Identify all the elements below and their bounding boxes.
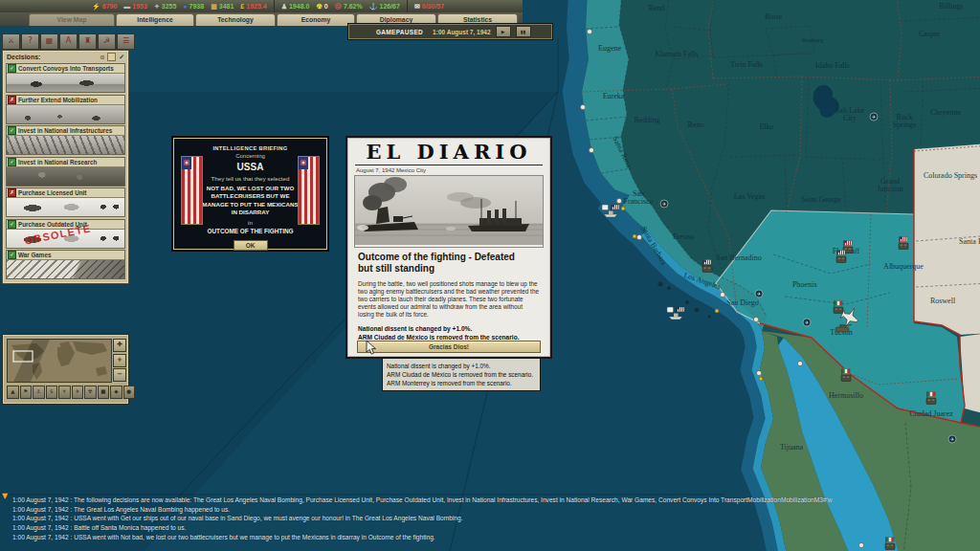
briefing-choice: NOT BAD, WE LOST OUR TWO BATTLECRUISERS … <box>199 185 301 217</box>
minimap-pan-button[interactable]: ✚ <box>113 339 126 352</box>
sidebar-tool-button-6[interactable]: ☭ <box>98 33 116 50</box>
map-mode-button-6[interactable]: ✈ <box>72 386 84 399</box>
port-icon[interactable] <box>756 370 761 375</box>
army-unit-ussa[interactable] <box>702 260 712 273</box>
decision-photo <box>7 198 124 216</box>
army-unit-mex[interactable] <box>841 369 851 382</box>
port-icon[interactable] <box>587 29 591 33</box>
map-mode-button-3[interactable]: ⚓ <box>33 386 45 399</box>
map-label-billings: Billings <box>939 2 963 11</box>
decision-photo <box>7 105 124 123</box>
newspaper-masthead: EL DIARIO <box>347 140 550 164</box>
convoy-marker[interactable] <box>633 234 636 238</box>
decisions-list: ✓Convert Convoys Into Transports✗Further… <box>3 63 128 279</box>
map-mode-button-1[interactable]: ▲ <box>7 386 19 399</box>
sort-icon[interactable]: α <box>100 54 104 60</box>
oil-value: 7938 <box>189 3 205 10</box>
filter-icon[interactable] <box>107 53 116 61</box>
map-mode-button-10[interactable]: ● <box>123 386 136 399</box>
map-label-fresno: Fresno <box>673 232 694 241</box>
map-mode-button-7[interactable]: ☢ <box>84 386 97 399</box>
decision-item[interactable]: ✗Further Extend Mobilization <box>6 95 125 124</box>
ok-button[interactable]: OK <box>234 240 268 251</box>
pause-button[interactable]: ▮▮ <box>516 26 531 37</box>
cross-icon: ✗ <box>8 96 16 104</box>
svg-text:✈: ✈ <box>662 201 666 207</box>
decision-item[interactable]: ✓Purchase Outdated UnitOBSOLETE <box>6 219 125 249</box>
map-mode-button-9[interactable]: ◆ <box>110 386 122 399</box>
tab-economy[interactable]: Economy <box>277 13 355 26</box>
intelligence-briefing-popup: INTELLIGENCE BRIEFING Concerning USSA Th… <box>173 138 327 250</box>
port-icon[interactable] <box>616 198 621 203</box>
map-mode-row: ▲⚑⚓$☀✈☢■◆● <box>7 386 135 399</box>
convoy-marker[interactable] <box>759 377 763 381</box>
confirm-icon[interactable]: ✓ <box>119 54 124 61</box>
decision-title: ✓Convert Convoys Into Transports <box>7 64 124 74</box>
decision-label: Further Extend Mobilization <box>18 97 98 103</box>
convoy-marker[interactable] <box>715 309 719 313</box>
decision-item[interactable]: ✗Purchase Licensed Unit <box>6 187 125 217</box>
minimap-zoom-out-button[interactable]: − <box>113 368 126 382</box>
sidebar-tool-button-1[interactable]: ⚔ <box>2 33 20 50</box>
decision-title: ✗Further Extend Mobilization <box>7 96 124 105</box>
map-mode-button-2[interactable]: ⚑ <box>20 386 33 399</box>
airbase-icon[interactable]: ✈ <box>803 319 811 326</box>
newspaper-dismiss-button[interactable]: Gracias Dios! <box>357 341 541 353</box>
map-label-boise: Boise <box>765 12 783 21</box>
sidebar-tool-button-4[interactable]: A <box>59 33 78 50</box>
decision-item[interactable]: ✓War Games <box>6 250 125 279</box>
message-log: 1:00 August 7, 1942 : The following deci… <box>0 496 980 551</box>
tab-intelligence[interactable]: Intelligence <box>116 13 194 26</box>
airbase-icon[interactable]: ✈ <box>660 200 668 208</box>
sidebar-tool-button-3[interactable]: ▦ <box>40 33 58 50</box>
airbase-icon[interactable]: ✈ <box>755 290 763 298</box>
sidebar-tool-button-7[interactable]: ☰ <box>117 33 135 50</box>
map-mode-button-8[interactable]: ■ <box>98 386 110 399</box>
map-label-san-diego: San Diego <box>726 298 759 307</box>
port-icon[interactable] <box>589 147 593 152</box>
port-icon[interactable] <box>580 104 585 109</box>
decision-item[interactable]: ✓Invest in National Infrastructures <box>6 125 125 155</box>
oil-icon: ● <box>183 0 187 12</box>
tooltip-line: ARM Ciudad de México is removed from the… <box>387 370 536 379</box>
log-line: 1:00 August 7, 1942 : The Great Los Ange… <box>0 505 980 515</box>
decisions-header-icons: α✓ <box>100 53 124 61</box>
log-line: 1:00 August 7, 1942 : USSA went with Not… <box>0 533 980 542</box>
speed-button[interactable]: ▶ <box>496 26 511 37</box>
diplomats-resource: ✉0/30/57 <box>407 0 444 12</box>
port-icon[interactable] <box>636 234 641 239</box>
map-label-ciudad-juarez: Ciudad Juarez <box>909 409 953 418</box>
port-icon[interactable] <box>720 292 724 297</box>
map-mode-button-5[interactable]: ☀ <box>58 386 71 399</box>
airbase-icon[interactable]: ✈ <box>870 113 878 121</box>
army-unit-mex[interactable] <box>834 301 843 314</box>
airbase-icon[interactable]: ✈ <box>948 435 956 443</box>
minimap-world[interactable] <box>7 339 112 383</box>
svg-text:✈: ✈ <box>872 114 876 120</box>
decision-title: ✓War Games <box>7 251 124 260</box>
briefing-title: INTELLIGENCE BRIEFING <box>174 145 326 151</box>
decision-item[interactable]: ✓Invest in National Research <box>6 157 125 187</box>
port-icon[interactable] <box>753 317 758 321</box>
army-unit-ussa[interactable] <box>899 237 908 250</box>
check-icon: ✓ <box>8 64 16 73</box>
decision-item[interactable]: ✓Convert Convoys Into Transports <box>6 63 125 93</box>
army-unit-mex[interactable] <box>926 392 936 405</box>
diplomats-value: 0/30/57 <box>422 3 444 10</box>
sidebar-tool-button-5[interactable]: ♜ <box>78 33 97 50</box>
map-label-las-vegas: Las Vegas <box>734 192 766 201</box>
map-mode-button-4[interactable]: $ <box>46 386 58 399</box>
map-label-grand-junction: GrandJunction <box>877 177 902 193</box>
port-icon[interactable] <box>797 361 802 365</box>
log-marker-icon[interactable]: ▼ <box>2 492 8 500</box>
decision-title: ✗Purchase Licensed Unit <box>7 188 124 198</box>
convoy-marker[interactable] <box>621 207 625 210</box>
minimap-zoom-in-button[interactable]: + <box>113 354 126 367</box>
resource-topbar: ⚡6790▬1953✦3255●7938▦3481£1925.4♟1948.0☢… <box>0 0 523 13</box>
sidebar-tool-button-2[interactable]: ? <box>21 33 39 50</box>
rare-materials-icon: ✦ <box>154 0 160 12</box>
tab-technology[interactable]: Technology <box>195 13 276 26</box>
army-unit-ussa[interactable] <box>836 251 846 263</box>
check-icon: ✓ <box>8 158 16 166</box>
map-label-klamath-falls: Klamath Falls <box>655 50 698 58</box>
